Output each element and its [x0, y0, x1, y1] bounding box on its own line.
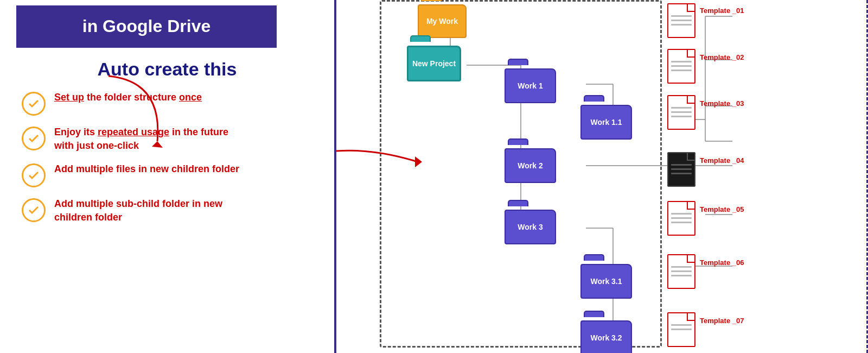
- folder-work3-1-label: Work 3.1: [590, 277, 622, 286]
- checklist-item-4: Add multiple sub-child folder in new chi…: [22, 197, 323, 224]
- folder-work2-label: Work 2: [518, 161, 542, 171]
- folder-work2: Work 2: [505, 144, 556, 183]
- folder-work3-2-label: Work 3.2: [590, 333, 622, 343]
- doc-template-06: [667, 254, 695, 289]
- template-05-label: Template _05: [700, 205, 744, 213]
- right-dashed-border: [866, 0, 868, 353]
- template-04-label: Template _04: [700, 156, 744, 165]
- check-icon-1: [22, 92, 46, 116]
- left-panel: in Google Drive Auto create this Set up …: [0, 0, 336, 353]
- folder-work1-label: Work 1: [518, 81, 542, 91]
- folder-my-work-label: My Work: [426, 17, 458, 26]
- doc-template-03: [667, 95, 695, 130]
- folder-work1-1-label: Work 1.1: [590, 118, 622, 127]
- folder-work3-2: Work 3.2: [580, 316, 632, 353]
- template-01-label: Template _01: [700, 7, 744, 15]
- template-02-label: Template _02: [700, 53, 744, 61]
- red-arrow-svg: [336, 146, 450, 173]
- template-06-label: Template _06: [700, 259, 744, 267]
- check-icon-4: [22, 198, 46, 222]
- folder-work3-label: Work 3: [518, 223, 542, 232]
- folder-my-work: My Work: [418, 0, 467, 38]
- template-07-label: Template _07: [700, 317, 744, 325]
- checklist-item-3: Add multiple files in new children folde…: [22, 162, 323, 187]
- title-arrow: [87, 71, 184, 157]
- checklist-text-3: Add multiple files in new children folde…: [54, 162, 239, 176]
- check-icon-3: [22, 163, 46, 187]
- folder-work3-1: Work 3.1: [580, 260, 632, 299]
- right-panel: My Work New Project Work 1 Work 1.1: [336, 0, 868, 353]
- doc-template-04: [667, 152, 695, 187]
- template-03-label: Template _03: [700, 99, 744, 108]
- folder-work1-1: Work 1.1: [580, 100, 632, 140]
- doc-template-01: [667, 3, 695, 38]
- title-text: in Google Drive: [82, 16, 210, 36]
- doc-template-05: [667, 201, 695, 236]
- folder-new-project: New Project: [407, 41, 461, 81]
- svg-marker-0: [152, 141, 163, 148]
- folder-work3: Work 3: [505, 205, 556, 244]
- folder-work1: Work 1: [505, 64, 556, 103]
- check-icon-2: [22, 127, 46, 150]
- doc-template-07: [667, 312, 695, 347]
- doc-template-02: [667, 49, 695, 84]
- checklist-text-4: Add multiple sub-child folder in new chi…: [54, 197, 222, 224]
- svg-marker-28: [415, 156, 422, 167]
- title-box: in Google Drive: [16, 5, 277, 48]
- folder-new-project-label: New Project: [412, 59, 456, 68]
